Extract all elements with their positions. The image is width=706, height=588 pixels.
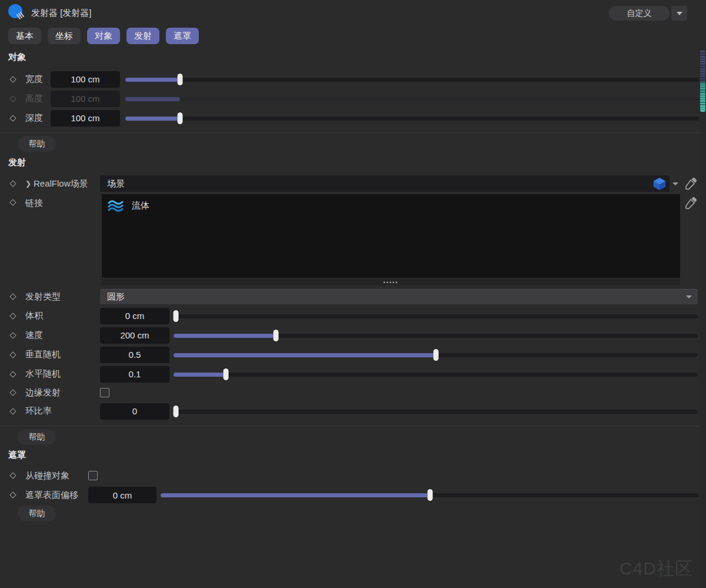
link-list-box[interactable]: 流体 [102,194,680,278]
scene-link-field[interactable]: 场景 [100,175,670,192]
panel-header: 发射器 [发射器] 自定义 [0,0,706,26]
keyframe-diamond-icon[interactable] [9,313,16,319]
emit-type-value: 圆形 [107,291,686,303]
link-list-column: 流体 ••••• [102,194,680,285]
width-value: 100 cm [71,74,99,84]
mask-surface-offset-value: 0 cm [113,490,132,500]
keyframe-diamond-icon [9,95,16,102]
keyframe-diamond-icon[interactable] [9,199,16,205]
volume-value: 0 cm [125,311,145,321]
link-row: 链接 流体 ••••• [0,194,706,285]
list-resize-bar[interactable]: ••••• [102,279,680,285]
volume-slider[interactable] [174,310,698,323]
help-button-emission[interactable]: 帮助 [18,429,56,445]
keyframe-diamond-icon[interactable] [9,115,16,121]
help-button-mask[interactable]: 帮助 [18,506,56,521]
tab-bar: 基本 坐标 对象 发射 遮罩 [8,28,706,44]
keyframe-diamond-icon[interactable] [9,472,16,479]
speed-row: 速度 200 cm [0,325,706,345]
section-divider [0,132,706,133]
emit-type-dropdown[interactable]: 圆形 [100,289,698,304]
slider-handle[interactable] [273,330,278,341]
mask-surface-offset-input[interactable]: 0 cm [88,487,156,503]
emit-type-label: 发射类型 [25,291,94,303]
edge-emit-label: 边缘发射 [25,387,94,398]
vertical-random-input[interactable]: 0.5 [100,347,169,363]
speed-input[interactable]: 200 cm [100,327,169,344]
slider-track [125,117,699,121]
ring-ratio-slider[interactable] [174,405,698,418]
vertical-random-row: 垂直随机 0.5 [0,345,706,364]
width-row: 宽度 100 cm [0,69,706,89]
vertical-scrollbar-track[interactable] [700,48,706,588]
vertical-random-value: 0.5 [129,350,141,360]
keyframe-diamond-icon[interactable] [9,371,16,377]
emission-rows: 体积 0 cm 速度 200 cm 垂直随机 0.5 [0,306,706,421]
vertical-scrollbar-thumb[interactable] [700,50,705,112]
keyframe-diamond-icon[interactable] [9,180,16,187]
keyframe-diamond-icon[interactable] [9,351,16,358]
slider-handle[interactable] [224,368,229,380]
vertical-random-slider[interactable] [174,348,698,361]
width-slider[interactable] [125,73,699,86]
preset-dropdown[interactable]: 自定义 [609,6,670,21]
slider-fill [125,117,180,121]
scene-picker-button[interactable] [684,177,698,191]
mask-surface-offset-row: 遮罩表面偏移 0 cm [0,487,706,503]
slider-handle[interactable] [433,349,438,361]
slider-track [125,97,699,101]
keyframe-diamond-icon[interactable] [9,332,16,338]
tab-mask[interactable]: 遮罩 [166,28,199,44]
slider-handle[interactable] [174,406,179,417]
volume-input[interactable]: 0 cm [100,308,169,324]
slider-track [174,373,698,377]
ring-ratio-input[interactable]: 0 [100,403,169,420]
volume-row: 体积 0 cm [0,306,706,325]
realflow-scene-row: ❯ RealFlow场景 场景 [0,175,706,192]
ring-ratio-value: 0 [132,406,137,416]
chevron-down-icon [677,12,682,15]
preset-arrow-button[interactable] [671,6,687,21]
horizontal-random-slider[interactable] [174,368,698,381]
depth-value: 100 cm [71,113,99,123]
keyframe-diamond-icon[interactable] [9,76,16,82]
slider-track [174,410,698,414]
horizontal-random-label: 水平随机 [25,368,94,380]
depth-slider[interactable] [125,112,699,125]
link-picker-button[interactable] [684,196,698,210]
keyframe-diamond-icon[interactable] [9,491,16,498]
speed-slider[interactable] [174,329,698,342]
keyframe-diamond-icon[interactable] [9,389,16,396]
depth-input[interactable]: 100 cm [51,110,120,127]
expand-chevron-icon[interactable]: ❯ [25,180,34,188]
slider-handle[interactable] [177,74,182,85]
scene-dropdown-arrow[interactable] [671,182,680,185]
fluid-wave-icon [108,199,125,212]
slider-fill [125,78,180,82]
from-collision-row: 从碰撞对象 [0,469,706,482]
from-collision-checkbox[interactable] [88,471,98,480]
keyframe-diamond-icon[interactable] [9,293,16,300]
horizontal-random-input[interactable]: 0.1 [100,366,169,383]
emitter-object-icon [7,3,26,23]
width-input[interactable]: 100 cm [51,71,120,88]
eyedropper-icon [684,196,698,210]
eyedropper-icon [684,177,698,191]
tab-object[interactable]: 对象 [87,28,120,44]
height-row: 高度 100 cm [0,89,706,108]
tab-coordinates[interactable]: 坐标 [48,28,81,44]
mask-surface-offset-slider[interactable] [161,489,699,501]
help-button-object[interactable]: 帮助 [18,136,56,152]
keyframe-diamond-icon[interactable] [9,408,16,414]
volume-label: 体积 [25,310,94,321]
slider-handle[interactable] [427,489,432,501]
tab-emission[interactable]: 发射 [126,28,159,44]
tab-basic[interactable]: 基本 [8,28,41,44]
slider-handle[interactable] [174,310,179,322]
slider-handle[interactable] [177,112,182,124]
edge-emit-checkbox[interactable] [100,388,109,397]
height-slider [125,92,699,105]
emit-type-row: 发射类型 圆形 [0,289,706,304]
speed-label: 速度 [25,330,94,341]
link-list-item[interactable]: 流体 [108,199,149,212]
